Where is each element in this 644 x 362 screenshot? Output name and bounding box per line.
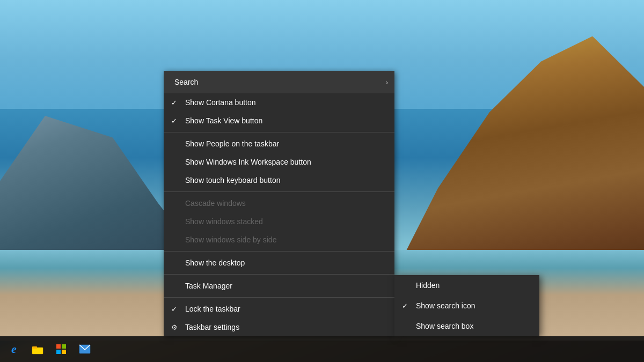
svg-rect-6 <box>62 350 66 354</box>
separator-5 <box>164 297 394 298</box>
desktop: Search › ✓ Show Cortana button ✓ Show Ta… <box>0 0 644 362</box>
side-by-side-label: Show windows side by side <box>185 235 276 244</box>
menu-item-task-manager[interactable]: Task Manager <box>164 277 394 295</box>
edge-icon: e <box>11 342 17 356</box>
task-manager-label: Task Manager <box>185 282 232 290</box>
show-search-icon-label: Show search icon <box>416 301 475 310</box>
menu-item-stacked: Show windows stacked <box>164 212 394 231</box>
taskbar-context-menu: Search › ✓ Show Cortana button ✓ Show Ta… <box>164 71 394 336</box>
cascade-label: Cascade windows <box>185 199 246 208</box>
menu-item-taskbar-settings[interactable]: ⚙ Taskbar settings <box>164 318 394 336</box>
cortana-label: Show Cortana button <box>185 98 256 107</box>
search-label: Search <box>174 78 198 86</box>
people-label: Show People on the taskbar <box>185 139 279 148</box>
cortana-check-icon: ✓ <box>171 99 177 107</box>
lock-check-icon: ✓ <box>171 305 177 313</box>
menu-item-search[interactable]: Search › <box>164 71 394 93</box>
taskbar-icon-mail[interactable] <box>73 337 97 361</box>
ink-label: Show Windows Ink Workspace button <box>185 158 311 166</box>
submenu-item-hidden[interactable]: Hidden <box>394 275 539 295</box>
gear-icon: ⚙ <box>171 323 178 331</box>
svg-rect-4 <box>62 344 66 349</box>
submenu-item-show-search-icon[interactable]: ✓ Show search icon <box>394 295 539 316</box>
menu-item-show-desktop[interactable]: Show the desktop <box>164 254 394 272</box>
taskbar-settings-label: Taskbar settings <box>185 323 239 331</box>
menu-item-side-by-side: Show windows side by side <box>164 231 394 249</box>
taskbar-icon-file-explorer[interactable] <box>26 337 49 361</box>
search-arrow-icon: › <box>386 78 388 86</box>
separator-3 <box>164 251 394 252</box>
search-submenu: Hidden ✓ Show search icon Show search bo… <box>394 275 539 336</box>
taskbar-icon-store[interactable] <box>49 337 73 361</box>
folder-icon <box>32 344 43 354</box>
menu-item-show-ink[interactable]: Show Windows Ink Workspace button <box>164 153 394 171</box>
taskbar: e <box>0 336 644 362</box>
mail-icon <box>79 344 91 354</box>
menu-item-cascade: Cascade windows <box>164 194 394 212</box>
submenu-item-show-search-box[interactable]: Show search box <box>394 316 539 336</box>
hidden-label: Hidden <box>416 281 440 290</box>
menu-item-show-cortana[interactable]: ✓ Show Cortana button <box>164 93 394 112</box>
keyboard-label: Show touch keyboard button <box>185 176 280 184</box>
task-view-check-icon: ✓ <box>171 117 177 125</box>
separator-2 <box>164 191 394 192</box>
search-icon-check-icon: ✓ <box>402 302 408 310</box>
store-icon <box>55 343 67 355</box>
task-view-label: Show Task View button <box>185 116 262 125</box>
menu-item-lock-taskbar[interactable]: ✓ Lock the taskbar <box>164 300 394 318</box>
menu-item-show-people[interactable]: Show People on the taskbar <box>164 135 394 153</box>
svg-rect-3 <box>56 344 61 349</box>
show-search-box-label: Show search box <box>416 322 473 330</box>
taskbar-icon-edge[interactable]: e <box>2 337 26 361</box>
menu-item-show-keyboard[interactable]: Show touch keyboard button <box>164 171 394 189</box>
separator-1 <box>164 132 394 132</box>
svg-rect-5 <box>56 350 61 354</box>
lock-taskbar-label: Lock the taskbar <box>185 305 240 313</box>
menu-item-show-task-view[interactable]: ✓ Show Task View button <box>164 112 394 130</box>
separator-4 <box>164 274 394 275</box>
stacked-label: Show windows stacked <box>185 217 263 226</box>
show-desktop-label: Show the desktop <box>185 258 245 267</box>
